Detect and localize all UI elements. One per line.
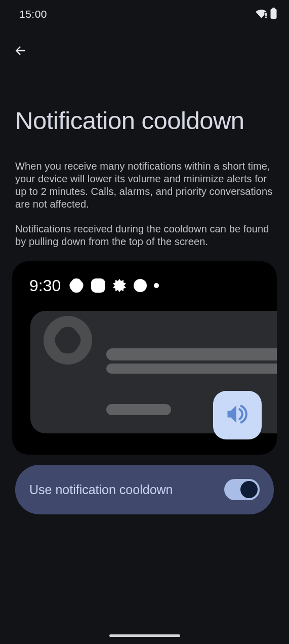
illustration-time: 9:30 xyxy=(29,276,61,295)
illustration-text-line xyxy=(106,364,277,374)
svg-point-6 xyxy=(154,283,159,288)
burst-icon xyxy=(112,278,127,293)
home-indicator[interactable] xyxy=(109,634,180,637)
illustration-text-line xyxy=(106,404,171,415)
svg-rect-1 xyxy=(265,16,267,18)
app-bar xyxy=(0,37,289,66)
illustration-card: 9:30 xyxy=(12,261,277,455)
status-icons xyxy=(256,8,277,21)
status-bar: 15:00 xyxy=(0,0,289,28)
circle-icon xyxy=(134,279,147,292)
volume-bubble xyxy=(213,391,262,439)
svg-rect-4 xyxy=(91,278,105,293)
switch-thumb xyxy=(240,481,258,498)
description-paragraph-1: When you receive many notifications with… xyxy=(15,160,274,211)
volume-icon xyxy=(224,401,251,429)
battery-icon xyxy=(270,8,277,21)
svg-rect-2 xyxy=(271,9,277,19)
svg-point-5 xyxy=(134,279,147,292)
squircle-icon xyxy=(91,278,105,293)
blob-icon xyxy=(69,278,84,293)
use-cooldown-toggle-row[interactable]: Use notification cooldown xyxy=(15,465,274,514)
illustration-avatar xyxy=(44,316,92,365)
page-title: Notification cooldown xyxy=(0,106,289,135)
illustration-status-bar: 9:30 xyxy=(12,272,277,299)
illustration-text-line xyxy=(106,348,277,360)
status-time: 15:00 xyxy=(19,8,47,20)
page-description: When you receive many notifications with… xyxy=(0,160,289,248)
toggle-label: Use notification cooldown xyxy=(29,482,173,497)
svg-rect-3 xyxy=(272,8,275,9)
back-button[interactable] xyxy=(9,41,31,63)
wifi-alert-icon xyxy=(256,9,267,20)
arrow-left-icon xyxy=(13,44,27,60)
use-cooldown-switch[interactable] xyxy=(224,479,260,500)
svg-rect-0 xyxy=(265,13,267,16)
dot-icon xyxy=(154,283,159,288)
description-paragraph-2: Notifications received during the cooldo… xyxy=(15,223,274,248)
